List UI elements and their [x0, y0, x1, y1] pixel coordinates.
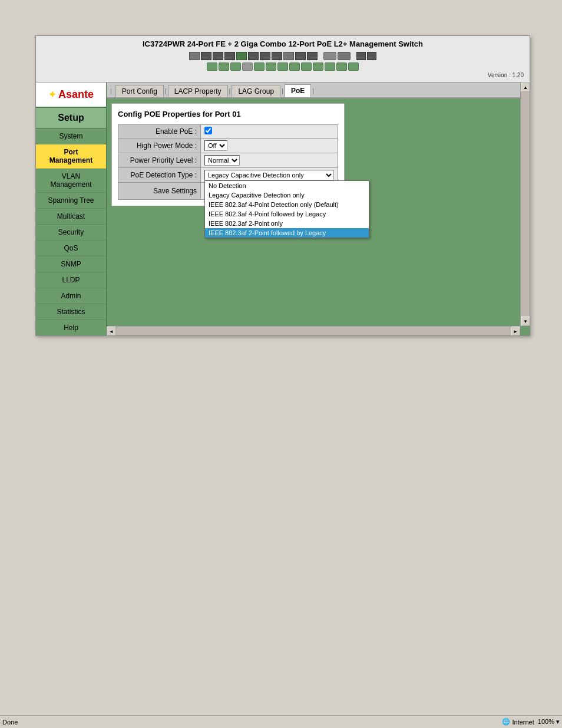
scroll-down-button[interactable]: ▼	[521, 317, 530, 326]
port-row-2	[207, 62, 359, 71]
sidebar-item-lldp[interactable]: LLDP	[36, 272, 106, 288]
zone-label: Internet	[512, 719, 534, 726]
sidebar-item-security[interactable]: Security	[36, 225, 106, 241]
power-priority-select[interactable]: Low Normal High Critical	[204, 155, 240, 166]
scroll-track-h	[116, 327, 511, 335]
sidebar-logo: ✦ Asante	[36, 83, 106, 108]
sidebar-item-qos[interactable]: QoS	[36, 241, 106, 256]
sidebar-item-multicast[interactable]: Multicast	[36, 209, 106, 225]
poe-detection-dropdown-open: No Detection Legacy Capacitive Detection…	[204, 180, 369, 238]
tab-separator-4: |	[312, 87, 314, 94]
status-right: 🌐 Internet 100% ▾	[502, 718, 560, 726]
browser-window: IC3724PWR 24-Port FE + 2 Giga Combo 12-P…	[35, 35, 530, 336]
power-priority-label: Power Priority Level :	[118, 153, 201, 168]
dropdown-item-no-detection[interactable]: No Detection	[205, 181, 369, 190]
config-box: Config POE Properties for Port 01 Enable…	[111, 103, 345, 206]
tab-lacp-property[interactable]: LACP Property	[168, 85, 228, 97]
dropdown-item-ieee-2pt-legacy[interactable]: IEEE 802.3af 2-Point followed by Legacy	[205, 228, 369, 238]
high-power-label: High Power Mode :	[118, 139, 201, 153]
device-header: IC3724PWR 24-Port FE + 2 Giga Combo 12-P…	[36, 36, 530, 83]
sidebar-setup-label: Setup	[36, 108, 106, 129]
sidebar-item-statistics[interactable]: Statistics	[36, 304, 106, 320]
sidebar-item-admin[interactable]: Admin	[36, 288, 106, 304]
enable-poe-label: Enable PoE :	[118, 125, 201, 139]
sidebar-item-help[interactable]: Help	[36, 320, 106, 335]
logo-icon: ✦	[48, 89, 56, 100]
tab-separator-1: |	[165, 87, 167, 94]
row-enable-poe: Enable PoE :	[118, 125, 338, 139]
status-zoom: 100% ▾	[538, 718, 560, 726]
row-power-priority: Power Priority Level : Low Normal High C…	[118, 153, 338, 168]
poe-detection-dropdown-container: Legacy Capacitive Detection only No Dete…	[204, 170, 334, 180]
config-form-table: Enable PoE : High Power Mode : Off On	[118, 124, 338, 200]
sidebar-item-system[interactable]: System	[36, 129, 106, 144]
port-row-1	[189, 52, 376, 60]
horizontal-scrollbar: ◄ ►	[107, 326, 520, 335]
brand-name: Asante	[58, 88, 94, 101]
enable-poe-checkbox[interactable]	[204, 127, 212, 134]
tab-bar-separator-left: |	[110, 87, 112, 94]
power-priority-value: Low Normal High Critical	[201, 153, 338, 168]
tab-poe[interactable]: PoE	[285, 84, 311, 97]
sidebar-item-port-management[interactable]: Port Management	[36, 144, 106, 169]
scroll-up-button[interactable]: ▲	[521, 83, 530, 92]
dropdown-item-legacy-capacitive[interactable]: Legacy Capacitive Detection only	[205, 190, 369, 200]
status-zone: 🌐 Internet	[502, 718, 534, 726]
poe-detection-select[interactable]: Legacy Capacitive Detection only	[204, 170, 334, 180]
version-text: Version : 1.20	[42, 72, 524, 78]
tab-port-config[interactable]: Port Config	[115, 85, 164, 97]
tab-separator-3: |	[282, 87, 283, 94]
enable-poe-value	[201, 125, 338, 139]
poe-detection-label: PoE Detection Type :	[118, 168, 201, 183]
zoom-dropdown-icon[interactable]: ▾	[556, 718, 560, 725]
save-settings-label: Save Settings	[118, 183, 201, 200]
internet-icon: 🌐	[502, 718, 510, 726]
sidebar-item-spanning-tree[interactable]: Spanning Tree	[36, 193, 106, 209]
poe-detection-value: Legacy Capacitive Detection only No Dete…	[201, 168, 338, 183]
high-power-value: Off On	[201, 139, 338, 153]
logo-text: ✦ Asante	[41, 88, 101, 101]
device-title: IC3724PWR 24-Port FE + 2 Giga Combo 12-P…	[42, 39, 524, 48]
status-bar: Done 🌐 Internet 100% ▾	[0, 715, 562, 728]
tab-separator-2: |	[229, 87, 231, 94]
zoom-label: 100%	[538, 718, 554, 725]
row-high-power: High Power Mode : Off On	[118, 139, 338, 153]
port-diagram	[42, 52, 524, 71]
scroll-left-button[interactable]: ◄	[107, 327, 116, 335]
scroll-track-v	[521, 92, 530, 317]
dropdown-item-ieee-4pt-legacy[interactable]: IEEE 802.3af 4-Point followed by Legacy	[205, 209, 369, 219]
config-title: Config POE Properties for Port 01	[118, 110, 338, 118]
sidebar-item-snmp[interactable]: SNMP	[36, 256, 106, 272]
dropdown-item-ieee-2pt-only[interactable]: IEEE 802.3af 2-Point only	[205, 219, 369, 228]
content-area: | Port Config | LACP Property | LAG Grou…	[107, 83, 530, 335]
main-layout: ✦ Asante Setup System Port Management VL…	[36, 83, 530, 335]
sidebar: ✦ Asante Setup System Port Management VL…	[36, 83, 107, 335]
status-done: Done	[2, 719, 502, 726]
tab-lag-group[interactable]: LAG Group	[232, 85, 280, 97]
tab-bar: | Port Config | LACP Property | LAG Grou…	[107, 83, 530, 98]
scroll-right-button[interactable]: ►	[511, 327, 520, 335]
config-panel: Config POE Properties for Port 01 Enable…	[107, 98, 530, 211]
high-power-select[interactable]: Off On	[204, 140, 227, 151]
row-poe-detection: PoE Detection Type : Legacy Capacitive D…	[118, 168, 338, 183]
vertical-scrollbar: ▲ ▼	[520, 83, 530, 326]
dropdown-item-ieee-4pt-default[interactable]: IEEE 802.3af 4-Point Detection only (Def…	[205, 200, 369, 209]
sidebar-item-vlan-management[interactable]: VLAN Management	[36, 169, 106, 193]
